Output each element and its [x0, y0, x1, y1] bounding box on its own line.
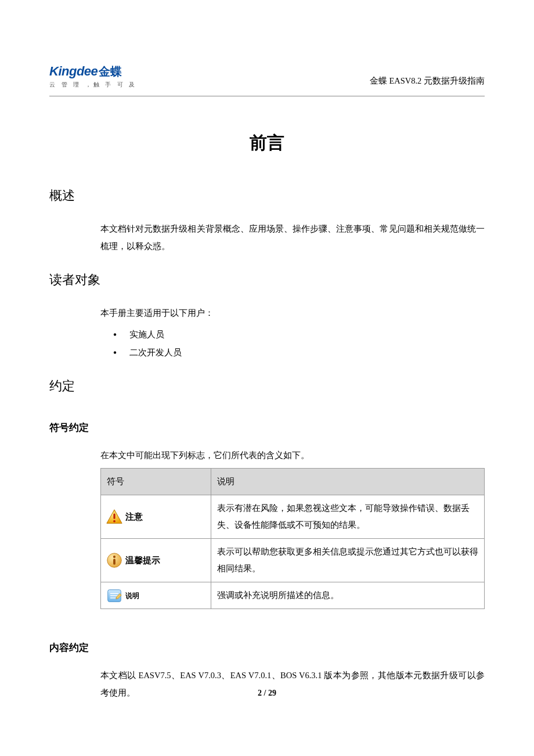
note-icon	[106, 587, 123, 604]
symbol-table: 符号 说明 注意 表示有潜在风险，如果忽视这些文本，可能导致操作	[100, 468, 485, 610]
logo-text-en: Kingdee	[49, 64, 98, 78]
header-doc-title: 金蝶 EASV8.2 元数据升级指南	[370, 75, 485, 87]
table-header-desc: 说明	[211, 468, 485, 495]
table-row: 温馨提示 表示可以帮助您获取更多相关信息或提示您通过其它方式也可以获得相同结果。	[101, 539, 485, 582]
svg-point-4	[113, 556, 116, 558]
symbol-desc: 表示可以帮助您获取更多相关信息或提示您通过其它方式也可以获得相同结果。	[211, 539, 485, 582]
symbol-desc: 强调或补充说明所描述的信息。	[211, 582, 485, 609]
symbol-label: 说明	[125, 589, 139, 603]
svg-point-2	[113, 520, 116, 523]
audience-intro: 本手册主要适用于以下用户：	[100, 305, 485, 322]
svg-rect-5	[113, 559, 116, 565]
table-row: 说明 强调或补充说明所描述的信息。	[101, 582, 485, 609]
table-row: 注意 表示有潜在风险，如果忽视这些文本，可能导致操作错误、数据丢失、设备性能降低…	[101, 495, 485, 539]
logo-tagline: 云 管 理 ，触 手 可 及	[49, 81, 137, 89]
section-conventions-heading: 约定	[49, 377, 485, 395]
logo-text-cn: 金蝶	[99, 65, 122, 78]
page-number: 2 / 29	[0, 689, 534, 698]
logo: Kingdee金蝶 云 管 理 ，触 手 可 及	[49, 64, 137, 89]
warning-icon	[106, 508, 123, 525]
info-icon	[106, 552, 123, 569]
svg-rect-1	[113, 514, 115, 519]
symbol-intro: 在本文中可能出现下列标志，它们所代表的含义如下。	[100, 447, 485, 465]
symbol-desc: 表示有潜在风险，如果忽视这些文本，可能导致操作错误、数据丢失、设备性能降低或不可…	[211, 495, 485, 539]
page-header: Kingdee金蝶 云 管 理 ，触 手 可 及 金蝶 EASV8.2 元数据升…	[49, 64, 485, 96]
symbol-label: 注意	[125, 509, 143, 526]
list-item: 实施人员	[100, 326, 485, 343]
section-audience-heading: 读者对象	[49, 271, 485, 289]
page-title: 前言	[49, 131, 485, 155]
symbol-label: 温馨提示	[125, 552, 160, 570]
subsection-symbol-heading: 符号约定	[49, 421, 485, 434]
section-overview-heading: 概述	[49, 187, 485, 204]
list-item: 二次开发人员	[100, 344, 485, 361]
table-header-symbol: 符号	[101, 468, 211, 495]
overview-paragraph: 本文档针对元数据升级相关背景概念、应用场景、操作步骤、注意事项、常见问题和相关规…	[100, 221, 485, 255]
subsection-content-heading: 内容约定	[49, 641, 485, 654]
